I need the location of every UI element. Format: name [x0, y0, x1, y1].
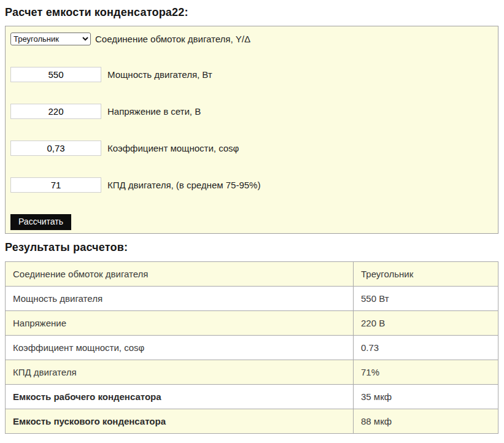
efficiency-input[interactable] — [10, 177, 101, 193]
motor-power-label: Мощность двигателя, Вт — [107, 69, 212, 80]
table-row-winding: Соединение обмоток двигателя Треугольник — [6, 262, 498, 287]
row-value: 88 мкф — [354, 409, 498, 434]
row-label: Соединение обмоток двигателя — [6, 262, 354, 287]
results-table: Соединение обмоток двигателя Треугольник… — [5, 261, 498, 434]
row-label: Емкость рабочего конденсатора — [6, 385, 354, 409]
power-factor-input[interactable] — [10, 141, 101, 156]
submit-row: Рассчитать — [10, 214, 492, 230]
efficiency-label: КПД двигателя, (в среднем 75-95%) — [107, 180, 260, 190]
row-value: 0.73 — [354, 336, 498, 360]
power-factor-row: Коэффициент мощности, cosφ — [10, 141, 492, 156]
winding-connection-label: Соединение обмоток двигателя, Y/Δ — [95, 34, 250, 44]
row-value: 71% — [354, 360, 498, 385]
efficiency-row: КПД двигателя, (в среднем 75-95%) — [10, 177, 492, 193]
motor-power-input[interactable] — [10, 67, 101, 82]
mains-voltage-input[interactable] — [10, 104, 101, 119]
row-label: Емкость пускового конденсатора — [6, 409, 354, 434]
winding-connection-select[interactable]: Треугольник — [10, 33, 91, 45]
row-label: КПД двигателя — [6, 360, 354, 385]
calculator-page: Расчет емкости конденсатора22: Треугольн… — [0, 0, 504, 443]
table-row-working-capacitor: Емкость рабочего конденсатора 35 мкф — [6, 385, 498, 409]
table-row-power: Мощность двигателя 550 Вт — [6, 287, 498, 311]
table-row-power-factor: Коэффициент мощности, cosφ 0.73 — [6, 336, 498, 360]
power-factor-label: Коэффициент мощности, cosφ — [107, 143, 239, 153]
calculate-button[interactable]: Рассчитать — [10, 214, 71, 230]
table-row-efficiency: КПД двигателя 71% — [6, 360, 498, 385]
row-value: Треугольник — [354, 262, 498, 287]
row-label: Мощность двигателя — [6, 287, 354, 311]
row-value: 35 мкф — [354, 385, 498, 409]
motor-power-row: Мощность двигателя, Вт — [10, 67, 492, 82]
row-label: Коэффициент мощности, cosφ — [6, 336, 354, 360]
mains-voltage-row: Напряжение в сети, В — [10, 104, 492, 119]
results-title: Результаты расчетов: — [5, 234, 498, 261]
row-value: 550 Вт — [354, 287, 498, 311]
mains-voltage-label: Напряжение в сети, В — [107, 106, 201, 117]
winding-connection-row: Треугольник Соединение обмоток двигателя… — [10, 33, 492, 45]
calculator-form-panel: Треугольник Соединение обмоток двигателя… — [5, 26, 498, 234]
row-value: 220 В — [354, 311, 498, 336]
page-title: Расчет емкости конденсатора22: — [5, 0, 498, 26]
row-label: Напряжение — [6, 311, 354, 336]
table-row-voltage: Напряжение 220 В — [6, 311, 498, 336]
table-row-starting-capacitor: Емкость пускового конденсатора 88 мкф — [6, 409, 498, 434]
